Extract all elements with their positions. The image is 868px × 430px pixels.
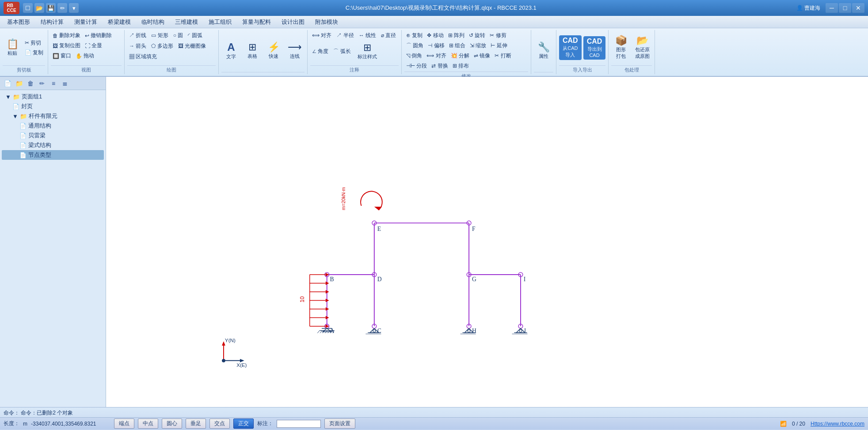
close-button[interactable]: ✕: [852, 3, 864, 13]
replace-button[interactable]: ⇄ 替换: [430, 61, 449, 71]
arc-length-button[interactable]: ⌒ 弧长: [331, 47, 352, 56]
radius-button[interactable]: ↗ 半径: [335, 31, 355, 40]
snap-intersection-button[interactable]: 交点: [209, 419, 230, 429]
mirror-button[interactable]: ⇌ 镜像: [472, 51, 492, 60]
tree-item-fem[interactable]: ▼ 📁 杆件有限元: [2, 111, 104, 121]
tree-item-bailey[interactable]: 📄 贝雷梁: [2, 131, 104, 140]
move-button[interactable]: ✥ 移动: [425, 31, 445, 40]
snap-center-button[interactable]: 圆心: [162, 419, 182, 429]
polygon-button[interactable]: ⬠ 多边形: [149, 41, 175, 51]
chamfer-button[interactable]: ◹ 倒角: [404, 51, 424, 60]
website-link[interactable]: Https://www.rbcce.com: [811, 421, 864, 427]
raster-button[interactable]: 🖼 光栅图像: [176, 41, 208, 51]
page-settings-button[interactable]: 页面设置: [324, 419, 355, 429]
menu-addon-modules[interactable]: 附加模块: [310, 16, 343, 28]
unpack-button[interactable]: 📂 包还原成原图: [632, 34, 652, 61]
diameter-button[interactable]: ⌀ 直径: [379, 31, 398, 40]
menu-design-drawing[interactable]: 设计出图: [276, 16, 310, 28]
menu-basic-shapes[interactable]: 基本图形: [2, 16, 35, 28]
extend-button[interactable]: ⊢ 延伸: [489, 41, 509, 50]
save-file-icon[interactable]: 💾: [46, 3, 56, 13]
array-button[interactable]: ⊞ 阵列: [446, 31, 466, 40]
unpack-icon: 📂: [636, 36, 648, 45]
dim-style-button[interactable]: ⊞ 标注样式: [354, 41, 381, 61]
drag-button[interactable]: ✋拖动: [74, 51, 96, 60]
tree-item-general[interactable]: 📄 通用结构: [2, 121, 104, 131]
copy-modify-button[interactable]: ⊕ 复制: [404, 31, 424, 40]
polyline-button[interactable]: ↗ 折线: [127, 31, 148, 40]
tree-item-coverpage[interactable]: 📄 封页: [2, 102, 104, 111]
copy-button[interactable]: 📄复制: [23, 48, 45, 57]
menu-construction-org[interactable]: 施工组织: [203, 16, 237, 28]
tree-item-beam[interactable]: 📄 梁式结构: [2, 140, 104, 150]
ortho-button[interactable]: 正交: [233, 419, 254, 429]
paste-button[interactable]: 📋 粘贴: [3, 38, 22, 58]
angle-button[interactable]: ∠ 角度: [310, 47, 330, 56]
maximize-button[interactable]: □: [839, 3, 851, 13]
new-file-icon[interactable]: ☐: [23, 3, 33, 13]
full-view-button[interactable]: ⛶全显: [83, 41, 104, 50]
connect-button[interactable]: ⟶ 连线: [285, 41, 305, 61]
detail-view-icon[interactable]: ≣: [60, 79, 70, 88]
annotation-label: 注释: [310, 65, 399, 73]
arrow-button[interactable]: → 箭头: [127, 41, 148, 51]
segment-button[interactable]: ⊣⊢ 分段: [404, 61, 429, 71]
menu-3d-modeling[interactable]: 三维建模: [170, 16, 203, 28]
arrange-button[interactable]: ⊞ 排布: [451, 61, 471, 71]
combine-button[interactable]: ⊞ 组合: [447, 41, 467, 50]
signal-icon: 📶: [780, 421, 787, 427]
window-view-button[interactable]: 🔲窗口: [51, 51, 73, 60]
window-controls: ─ □ ✕: [826, 3, 864, 13]
properties-button[interactable]: 🔧 属性: [534, 41, 553, 61]
dropdown-icon[interactable]: ▾: [69, 3, 79, 13]
circle-button[interactable]: ○ 圆: [171, 31, 185, 40]
new-page-icon[interactable]: 📄: [3, 79, 12, 88]
arc-button[interactable]: ◜ 圆弧: [186, 31, 204, 40]
export-cad-button[interactable]: CAD 导出到CAD: [583, 36, 606, 60]
menu-measurement-calc[interactable]: 测量计算: [69, 16, 103, 28]
import-cad-button[interactable]: CAD 从CAD导入: [559, 35, 582, 60]
ribbon-group-properties: 🔧 属性: [531, 30, 556, 74]
delete-objects-button[interactable]: 🗑删除对象: [51, 31, 82, 40]
minimize-button[interactable]: ─: [826, 3, 838, 13]
align-mod-button[interactable]: ⟺ 对齐: [425, 51, 448, 60]
rect-button[interactable]: ▭ 矩形: [149, 31, 170, 40]
canvas-area[interactable]: A B C D E F G H I J 10 m=20kN·m: [106, 77, 868, 407]
snap-endpoint-button[interactable]: 端点: [114, 419, 134, 429]
break-button[interactable]: ✂ 打断: [493, 51, 513, 60]
open-page-icon[interactable]: 📁: [14, 79, 24, 88]
annotation-input[interactable]: [277, 420, 321, 428]
explode-button[interactable]: 💥 分解: [449, 51, 471, 60]
offset-button[interactable]: ⊣ 偏移: [426, 41, 446, 50]
menu-structural-calc[interactable]: 结构计算: [35, 16, 69, 28]
menu-bridge-modeling[interactable]: 桥梁建模: [103, 16, 136, 28]
menu-temp-structure[interactable]: 临时结构: [136, 16, 170, 28]
pack-button[interactable]: 📦 图形打包: [611, 34, 631, 61]
connect-label: 连线: [290, 53, 300, 60]
quick-button[interactable]: ⚡ 快速: [264, 41, 283, 61]
tree-item-pagegroup1[interactable]: ▼ 📁 页面组1: [2, 92, 104, 102]
tree-label-general: 通用结构: [28, 122, 51, 130]
edit-page-icon[interactable]: ✏: [37, 79, 47, 88]
fillet-button[interactable]: ⌒ 圆角: [404, 41, 425, 50]
linear-button[interactable]: ↔ 线性: [357, 31, 378, 40]
trim-button[interactable]: ✂ 修剪: [488, 31, 508, 40]
open-file-icon[interactable]: 📂: [34, 3, 44, 13]
menu-quantity-material[interactable]: 算量与配料: [237, 16, 276, 28]
cut-button[interactable]: ✂剪切: [23, 38, 45, 48]
table-button[interactable]: ⊞ 表格: [243, 41, 262, 61]
tree-item-nodetype[interactable]: 📄 节点类型: [2, 150, 104, 160]
align-dim-button[interactable]: ⟺ 对齐: [310, 31, 333, 40]
snap-perpendicular-button[interactable]: 垂足: [186, 419, 206, 429]
text-button[interactable]: A 文字: [221, 41, 241, 61]
list-view-icon[interactable]: ≡: [49, 79, 58, 88]
copy-bitmap-button[interactable]: 🖼复制位图: [51, 41, 82, 50]
svg-text:Y(N): Y(N): [225, 337, 236, 343]
delete-page-icon[interactable]: 🗑: [26, 79, 35, 88]
fill-button[interactable]: ▦ 区域填充: [127, 52, 159, 61]
scale-button[interactable]: ⇲ 缩放: [468, 41, 488, 50]
edit-icon[interactable]: ✏: [57, 3, 67, 13]
undo-delete-button[interactable]: ↩撤销删除: [83, 31, 114, 40]
rotate-button[interactable]: ↺ 旋转: [467, 31, 487, 40]
snap-midpoint-button[interactable]: 中点: [138, 419, 158, 429]
